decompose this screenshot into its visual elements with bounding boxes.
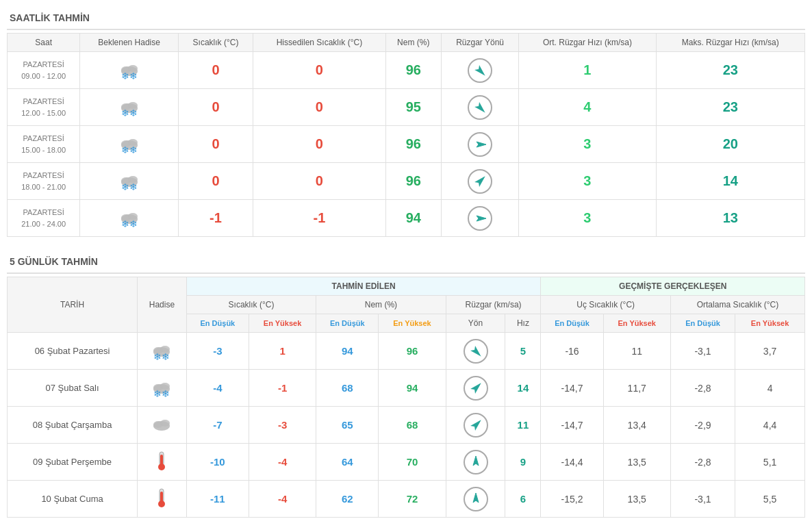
o-min-cell: -3,1 — [670, 481, 735, 518]
header-n-min: En Düşük — [316, 314, 379, 333]
n-min-cell: 62 — [316, 481, 379, 518]
n-max-cell: 68 — [379, 407, 446, 444]
o-max-cell: 4 — [735, 370, 805, 407]
maks-hiz-cell: 20 — [656, 126, 805, 163]
svg-point-44 — [160, 420, 170, 427]
arrow-cell — [446, 481, 505, 518]
saatlik-row: PAZARTESİ09.00 - 12.00 ❄ ❄ 0 0 96 1 23 — [8, 52, 805, 89]
o-min-cell: -2,9 — [670, 407, 735, 444]
svg-text:❄: ❄ — [121, 181, 129, 192]
header-t-max: En Yüksek — [249, 314, 316, 333]
o-min-cell: -2,8 — [670, 370, 735, 407]
icon-cell — [138, 444, 187, 481]
o-min-cell: -3,1 — [670, 333, 735, 370]
uc-min-cell: -15,2 — [541, 481, 603, 518]
header-saat: Saat — [8, 34, 80, 52]
svg-rect-48 — [160, 455, 163, 466]
t-min-cell: -3 — [186, 333, 249, 370]
svg-rect-52 — [160, 492, 163, 503]
sicaklik-cell: -1 — [178, 200, 253, 237]
hiz-cell: 5 — [505, 333, 541, 370]
svg-text:❄: ❄ — [129, 144, 138, 155]
uc-min-cell: -16 — [541, 333, 603, 370]
svg-text:❄: ❄ — [129, 71, 138, 81]
saatlik-table: Saat Beklenen Hadise Sıcaklık (°C) Hisse… — [7, 33, 805, 237]
t-min-cell: -10 — [186, 444, 249, 481]
nem-cell: 96 — [385, 163, 441, 200]
header-uc-sicaklik: Uç Sıcaklık (°C) — [541, 296, 670, 314]
header-t-min: En Düşük — [186, 314, 249, 333]
saatlik-row: PAZARTESİ21.00 - 24.00 ❄ ❄ -1 -1 94 3 13 — [8, 200, 805, 237]
hiz-cell: 9 — [505, 444, 541, 481]
icon-cell: ❄ ❄ — [80, 200, 179, 237]
arrow-cell — [441, 52, 519, 89]
saat-cell: PAZARTESİ21.00 - 24.00 — [8, 200, 80, 237]
header-sicaklik-sub: Sıcaklık (°C) — [186, 296, 316, 314]
uc-max-cell: 13,5 — [603, 481, 670, 518]
saatlik-row: PAZARTESİ18.00 - 21.00 ❄ ❄ 0 0 96 3 14 — [8, 163, 805, 200]
header-o-max: En Yüksek — [735, 314, 805, 333]
header-uc-max: En Yüksek — [603, 314, 670, 333]
o-max-cell: 5,5 — [735, 481, 805, 518]
header-ruzgar-yonu: Rüzgar Yönü — [441, 34, 519, 52]
n-min-cell: 68 — [316, 370, 379, 407]
svg-text:❄: ❄ — [121, 107, 129, 118]
svg-marker-29 — [477, 216, 486, 221]
n-min-cell: 94 — [316, 333, 379, 370]
header-hiz: Hız — [505, 314, 541, 333]
sicaklik-cell: 0 — [178, 126, 253, 163]
header-yon: Yön — [446, 314, 505, 333]
header-ruzgar-sub: Rüzgar (km/sa) — [446, 296, 541, 314]
t-min-cell: -7 — [186, 407, 249, 444]
hiz-cell: 6 — [505, 481, 541, 518]
tarih-cell: 07 Şubat Salı — [8, 370, 138, 407]
icon-cell — [138, 481, 187, 518]
header-n-max: En Yüksek — [379, 314, 446, 333]
svg-marker-49 — [473, 456, 479, 466]
ort-hiz-cell: 4 — [519, 89, 656, 126]
svg-marker-41 — [471, 381, 482, 392]
hiz-cell: 11 — [505, 407, 541, 444]
gunluk-title: 5 GÜNLÜK TAHMİN — [7, 251, 805, 274]
hissedilen-cell: 0 — [253, 52, 386, 89]
t-max-cell: -4 — [249, 444, 316, 481]
n-max-cell: 72 — [379, 481, 446, 518]
header-o-min: En Düşük — [670, 314, 735, 333]
svg-marker-11 — [476, 103, 487, 114]
header-nem-sub: Nem (%) — [316, 296, 446, 314]
svg-text:❄: ❄ — [162, 351, 170, 362]
gunluk-table: TARİH Hadise TAHMİN EDİLEN GEÇMİŞTE GERÇ… — [7, 277, 805, 518]
svg-text:❄: ❄ — [153, 351, 162, 362]
n-min-cell: 65 — [316, 407, 379, 444]
svg-text:❄: ❄ — [129, 181, 138, 192]
svg-text:❄: ❄ — [121, 218, 129, 229]
header-gecmis: GEÇMİŞTE GERÇEKLEŞEN — [541, 277, 805, 296]
t-max-cell: -3 — [249, 407, 316, 444]
nem-cell: 96 — [385, 126, 441, 163]
n-min-cell: 64 — [316, 444, 379, 481]
ort-hiz-cell: 3 — [519, 126, 656, 163]
uc-min-cell: -14,7 — [541, 407, 603, 444]
arrow-cell — [441, 89, 519, 126]
header-tahmin: TAHMİN EDİLEN — [186, 277, 541, 296]
arrow-cell — [446, 370, 505, 407]
tarih-cell: 09 Şubat Perşembe — [8, 444, 138, 481]
nem-cell: 96 — [385, 52, 441, 89]
icon-cell: ❄ ❄ — [138, 370, 187, 407]
gunluk-row: 09 Şubat Perşembe -10 -4 64 70 9 -14,4 1… — [8, 444, 805, 481]
header-maks-hiz: Maks. Rüzgar Hızı (km/sa) — [656, 34, 805, 52]
ort-hiz-cell: 3 — [519, 163, 656, 200]
t-max-cell: -4 — [249, 481, 316, 518]
arrow-cell — [441, 163, 519, 200]
gunluk-row: 08 Şubat Çarşamba -7 -3 65 68 11 -14,7 1… — [8, 407, 805, 444]
svg-text:❄: ❄ — [121, 144, 129, 155]
header-tarih: TARİH — [8, 277, 138, 333]
header-uc-min: En Düşük — [541, 314, 603, 333]
gunluk-row: 06 Şubat Pazartesi ❄ ❄ -3 1 94 96 5 -16 … — [8, 333, 805, 370]
header-hissedilen: Hissedilen Sıcaklık (°C) — [253, 34, 386, 52]
uc-max-cell: 11 — [603, 333, 670, 370]
tarih-cell: 10 Şubat Cuma — [8, 481, 138, 518]
icon-cell: ❄ ❄ — [80, 126, 179, 163]
icon-cell: ❄ ❄ — [80, 163, 179, 200]
svg-marker-23 — [476, 175, 487, 186]
